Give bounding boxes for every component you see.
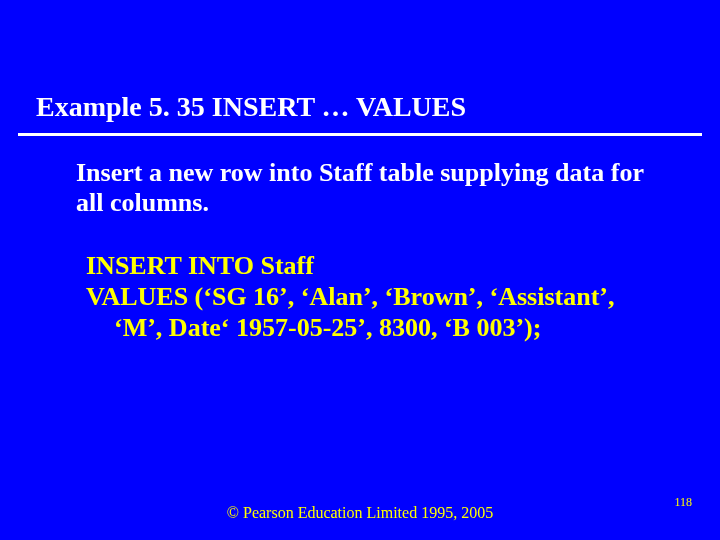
code-line-3: ‘M’, Date‘ 1957-05-25’, 8300, ‘B 003’); [86,312,658,343]
page-number: 118 [674,495,692,510]
code-line-1: INSERT INTO Staff [86,251,314,280]
slide-body: Insert a new row into Staff table supply… [76,158,656,218]
title-underline [18,133,702,136]
slide-title: Example 5. 35 INSERT … VALUES [36,92,684,123]
slide: Example 5. 35 INSERT … VALUES Insert a n… [0,0,720,540]
copyright-footer: © Pearson Education Limited 1995, 2005 [0,504,720,522]
sql-code: INSERT INTO Staff VALUES (‘SG 16’, ‘Alan… [86,250,658,344]
code-line-2: VALUES (‘SG 16’, ‘Alan’, ‘Brown’, ‘Assis… [86,281,658,312]
